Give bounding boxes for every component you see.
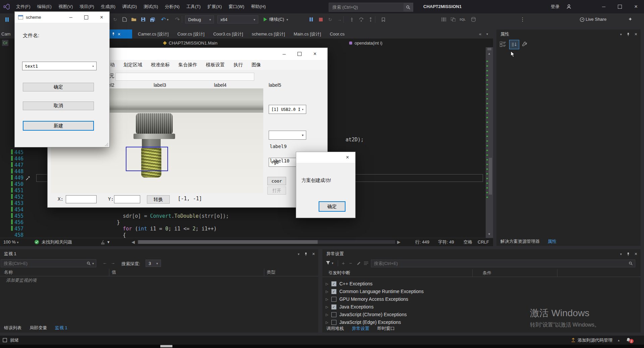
close-tab-icon[interactable]: × [118,31,120,37]
message-ok-button[interactable]: 确定 [319,201,345,212]
tab-immediate-window[interactable]: 即时窗口 [373,324,399,333]
scheme-path-field[interactable] [115,73,254,81]
step-out-icon[interactable] [366,13,375,25]
search-icon[interactable] [404,3,413,11]
window-position-dropdown-icon[interactable]: ▾ [620,32,622,36]
message-box-titlebar[interactable]: × [296,152,355,163]
redo-icon[interactable]: ↷ [173,13,182,25]
close-button[interactable]: × [628,0,644,13]
watch-search-box[interactable]: ▾ [1,259,96,267]
exception-search-input[interactable] [371,261,629,266]
maximize-button[interactable] [612,0,628,13]
refresh-icon[interactable]: ↻ [111,13,119,25]
pin-icon[interactable] [627,252,630,256]
empty-combo[interactable]: ▾ [269,131,306,140]
database-icon[interactable] [469,13,478,25]
live-share-icon[interactable] [578,13,586,25]
tab-watch-1[interactable]: 监视 1 [51,324,71,332]
open-button[interactable]: 打开 [267,187,286,195]
search-icon[interactable]: ▾ [87,261,96,266]
continue-button[interactable]: 继续(C) ▾ [264,13,288,25]
bookmark-icon[interactable] [379,13,388,25]
exception-row[interactable]: ▷ GPU Memory Access Exceptions [322,295,641,303]
tab-scroll-left-icon[interactable]: « [479,29,481,39]
scroll-down-icon[interactable]: ▼ [488,232,491,236]
exception-panel-title[interactable]: 异常设置 [322,249,641,259]
minimize-button[interactable]: ─ [596,0,612,13]
pause-icon[interactable] [3,13,11,25]
line-ending-indicator[interactable]: CRLF [478,238,489,246]
properties-panel-title[interactable]: 属性 [496,29,641,39]
exception-checkbox[interactable] [331,304,336,309]
step-over-icon[interactable] [357,13,366,25]
window-position-dropdown-icon[interactable]: ▾ [298,252,300,256]
toolbar-overflow-icon[interactable]: ⋮ [518,13,527,25]
camera-select-combo[interactable]: [1] USB2.0 I▾ [269,105,306,114]
schema-compare-icon[interactable] [449,13,458,25]
health-status-label[interactable]: 未找到相关问题 [42,238,72,246]
exception-checkbox[interactable] [331,281,336,286]
continue-dropdown-icon[interactable]: ▾ [286,18,288,21]
menu-tools[interactable]: 工具(T) [183,0,204,13]
save-icon[interactable] [139,13,148,25]
feedback-icon[interactable] [626,13,635,25]
exception-checkbox[interactable] [331,289,336,294]
save-all-icon[interactable] [148,13,157,25]
exception-search-box[interactable] [371,260,635,267]
pin-icon[interactable] [112,32,115,36]
resize-grip[interactable] [105,143,108,146]
filter-icon[interactable] [326,261,330,265]
cancel-button[interactable]: 取消 [23,101,94,110]
editor-vertical-scrollbar[interactable]: ▲ ▼ [486,47,493,238]
source-control-icon[interactable] [3,338,7,342]
roi-selection-rectangle[interactable] [126,147,168,171]
menu-test[interactable]: 测试(S) [140,0,161,13]
tab-coor-cs[interactable]: Coor.cs [325,29,349,39]
close-panel-icon[interactable]: × [312,251,315,257]
class-scope-dropdown[interactable]: CHAPT2MISSION1.Main [163,39,217,47]
zoom-dropdown[interactable]: 100 % ▾ [3,238,19,246]
minimize-button[interactable]: ─ [276,48,292,60]
step-into-icon[interactable] [347,13,356,25]
solution-configuration-dropdown[interactable]: Debug▾ [185,15,214,23]
scrollbar-thumb[interactable] [489,158,492,195]
tab-list-dropdown-icon[interactable]: ▾ [486,29,488,39]
live-share-label[interactable]: Live Share [586,13,606,25]
watch-panel-title[interactable]: 监视 1 [0,249,318,259]
menu-define-region[interactable]: 划定区域 [123,62,142,68]
new-file-icon[interactable] [120,13,129,25]
exception-checkbox[interactable] [331,312,336,317]
property-pages-icon[interactable] [522,41,527,47]
tab-locals[interactable]: 局部变量 [25,324,51,332]
scheme-dialog-titlebar[interactable]: scheme ─ × [15,12,109,23]
expand-arrow-icon[interactable]: ▷ [326,305,328,309]
notification-count-badge[interactable]: 2 [629,339,634,343]
expand-arrow-icon[interactable]: ▷ [326,297,328,301]
menu-set-operations[interactable]: 集合操作 [178,62,197,68]
new-button[interactable]: 新建 [23,121,94,131]
stop-icon[interactable] [316,13,325,25]
tab-properties[interactable]: 属性 [544,237,560,246]
maximize-button[interactable] [292,48,307,60]
tab-main-cs-design[interactable]: Main.cs [设计] [289,29,326,39]
menu-move-fragment[interactable]: 动 [110,62,115,68]
scrollbar-split-handle[interactable] [487,48,491,50]
add-watch-item-row[interactable]: 添加要监视的项 [6,277,37,283]
menu-debug[interactable]: 调试(D) [119,0,140,13]
menu-extensions[interactable]: 扩展(X) [204,0,225,13]
menu-execute[interactable]: 执行 [233,62,243,68]
tab-coor3-cs-design[interactable]: Coor3.cs [设计] [209,29,248,39]
solution-platform-dropdown[interactable]: x64▾ [217,15,258,23]
filter-dropdown-icon[interactable]: ▾ [332,261,333,265]
expand-arrow-icon[interactable]: ▷ [326,282,328,286]
close-button[interactable]: × [307,48,323,60]
column-condition[interactable]: 条件 [483,269,491,277]
tab-exception-settings[interactable]: 异常设置 [348,324,373,333]
csharp-project-icon[interactable]: C# [2,40,8,46]
exception-checkbox[interactable] [331,297,336,302]
menu-help[interactable]: 帮助(H) [248,0,269,13]
categorized-icon[interactable] [500,42,506,47]
expand-arrow-icon[interactable]: ▷ [326,290,328,293]
exception-row[interactable]: ▷ Common Language Runtime Exceptions [322,288,641,295]
maximize-button[interactable] [78,12,94,23]
